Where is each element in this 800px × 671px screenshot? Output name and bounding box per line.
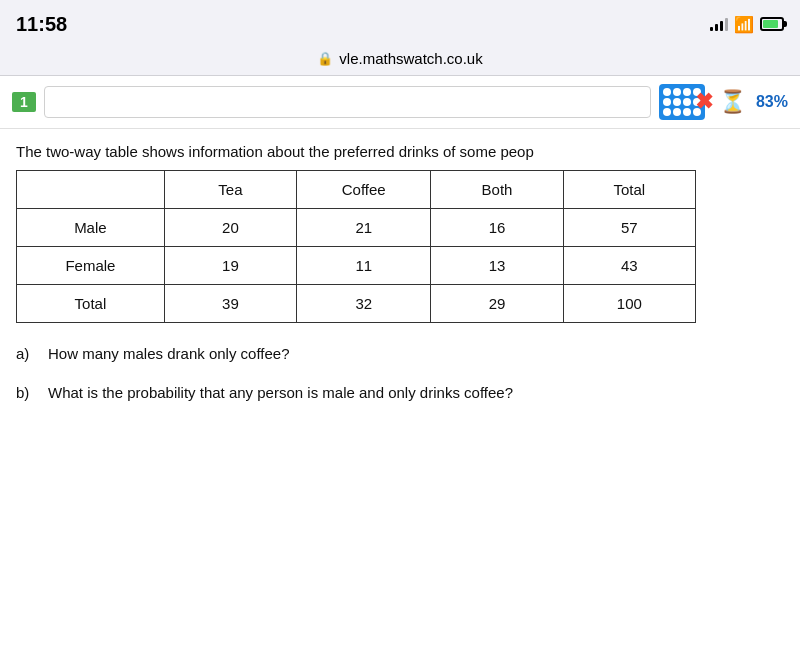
question-b: b) What is the probability that any pers… xyxy=(16,382,784,405)
questions-section: a) How many males drank only coffee? b) … xyxy=(0,335,800,428)
x-mark-icon: ✖ xyxy=(695,89,713,115)
table-row: Female19111343 xyxy=(17,247,696,285)
question-b-letter: b) xyxy=(16,382,36,405)
question-number: 1 xyxy=(12,92,36,112)
table-cell-r1-c1: 19 xyxy=(164,247,296,285)
table-cell-r1-c2: 11 xyxy=(297,247,431,285)
table-cell-r1-c3: 13 xyxy=(431,247,563,285)
signal-bars-icon xyxy=(710,17,728,31)
hourglass-icon: ⏳ xyxy=(719,89,746,115)
table-cell-r2-c2: 32 xyxy=(297,285,431,323)
battery-icon xyxy=(760,17,784,31)
url-bar: 🔒 vle.mathswatch.co.uk xyxy=(0,44,800,76)
score-percent: 83% xyxy=(756,93,788,111)
table-header-coffee: Coffee xyxy=(297,171,431,209)
table-cell-r2-c0: Total xyxy=(17,285,165,323)
question-a-text: How many males drank only coffee? xyxy=(48,343,290,366)
table-header-both: Both xyxy=(431,171,563,209)
table-cell-r1-c4: 43 xyxy=(563,247,695,285)
table-cell-r0-c0: Male xyxy=(17,209,165,247)
question-input[interactable] xyxy=(44,86,651,118)
table-row: Total393229100 xyxy=(17,285,696,323)
question-a: a) How many males drank only coffee? xyxy=(16,343,784,366)
table-header-total: Total xyxy=(563,171,695,209)
drinks-table: Tea Coffee Both Total Male20211657Female… xyxy=(16,170,696,323)
table-cell-r2-c1: 39 xyxy=(164,285,296,323)
table-cell-r2-c4: 100 xyxy=(563,285,695,323)
table-cell-r0-c2: 21 xyxy=(297,209,431,247)
table-cell-r0-c3: 16 xyxy=(431,209,563,247)
status-icons: 📶 xyxy=(710,15,784,34)
table-container: Tea Coffee Both Total Male20211657Female… xyxy=(0,170,800,335)
url-text[interactable]: vle.mathswatch.co.uk xyxy=(339,50,482,67)
table-header-tea: Tea xyxy=(164,171,296,209)
intro-text: The two-way table shows information abou… xyxy=(0,129,800,170)
table-row: Male20211657 xyxy=(17,209,696,247)
score-badge: ✖ ⏳ 83% xyxy=(659,84,788,120)
table-cell-r1-c0: Female xyxy=(17,247,165,285)
wifi-icon: 📶 xyxy=(734,15,754,34)
lock-icon: 🔒 xyxy=(317,51,333,66)
table-cell-r0-c4: 57 xyxy=(563,209,695,247)
status-bar: 11:58 📶 xyxy=(0,0,800,44)
question-b-text: What is the probability that any person … xyxy=(48,382,513,405)
table-header-empty xyxy=(17,171,165,209)
status-time: 11:58 xyxy=(16,13,67,36)
question-bar: 1 ✖ ⏳ 83% xyxy=(0,76,800,129)
table-cell-r2-c3: 29 xyxy=(431,285,563,323)
table-cell-r0-c1: 20 xyxy=(164,209,296,247)
content-area: 1 ✖ ⏳ 83% The two-way table shows inform… xyxy=(0,76,800,428)
question-a-letter: a) xyxy=(16,343,36,366)
